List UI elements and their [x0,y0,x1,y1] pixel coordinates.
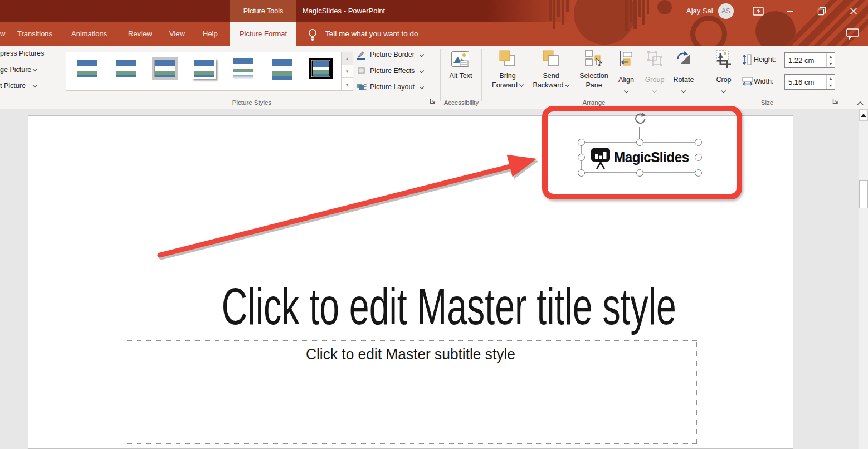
titlebar-art-bar [647,0,649,14]
crop-button[interactable] [715,49,733,71]
picture-styles-group-label: Picture Styles [66,99,438,108]
magicslides-logo-text[interactable]: MagicSlides [614,149,695,166]
picture-styles-gallery [66,52,342,91]
close-button[interactable] [844,0,863,22]
group-icon [646,50,663,67]
landscape-thumbnail-icon [192,58,216,79]
gallery-scroll-up-button[interactable]: ▴ [342,52,353,65]
crop-label[interactable]: Crop [711,76,737,84]
selection-handle-w[interactable] [578,154,585,161]
bring-forward-button[interactable] [498,49,517,70]
picture-style-thumbnail[interactable] [230,56,256,81]
size-dialog-launcher[interactable] [832,97,839,107]
gallery-more-button[interactable]: ▾ [342,78,353,90]
feedback-comment-button[interactable] [846,28,860,42]
ribbon-display-options-button[interactable] [749,0,768,22]
scrollbar-thumb[interactable] [859,180,868,208]
selection-pane-label[interactable]: Selection Pane [573,71,615,90]
picture-style-thumbnail[interactable] [74,56,100,81]
group-divider [60,49,60,101]
gallery-scroll-down-button[interactable]: ▾ [342,65,353,78]
change-picture-button[interactable]: ge Picture [0,66,37,76]
picture-style-thumbnail[interactable] [269,56,295,81]
tab-transitions[interactable]: Transitions [17,22,52,46]
picture-layout-label: Picture Layout [370,83,415,91]
picture-effects-button[interactable]: Picture Effects [357,65,435,77]
bring-forward-label[interactable]: Bring Forward [486,71,529,90]
tab-help[interactable]: Help [203,22,218,46]
alt-text-icon [451,50,470,69]
ribbon-tab-row: w Transitions Animations Review View Hel… [0,22,868,46]
chevron-down-icon[interactable] [671,86,696,96]
selection-handle-nw[interactable] [578,139,585,146]
picture-effects-icon [357,66,367,76]
selection-handle-e[interactable] [695,154,702,161]
selection-handle-s[interactable] [636,169,643,177]
tab-partial[interactable]: w [0,22,5,46]
magicslides-logo-icon[interactable] [590,146,612,172]
picture-border-button[interactable]: Picture Border [357,48,435,61]
send-backward-label[interactable]: Send Backward [528,71,574,90]
selection-handle-se[interactable] [695,169,702,177]
vertical-scrollbar[interactable] [859,109,868,449]
spinner-down-icon[interactable]: ▼ [827,82,835,89]
selection-handle-ne[interactable] [695,139,702,146]
picture-style-thumbnail[interactable] [308,56,334,81]
send-backward-button[interactable] [542,49,560,70]
chevron-down-icon [642,86,667,96]
tab-view[interactable]: View [169,22,185,46]
align-button[interactable] [618,50,634,69]
collapse-ribbon-button[interactable] [856,98,864,108]
rotate-button[interactable] [676,50,691,68]
spinner-up-icon[interactable]: ▲ [827,53,835,60]
rotate-handle-stem [639,127,640,139]
tab-review[interactable]: Review [128,22,152,46]
subtitle-placeholder[interactable]: Click to edit Master subtitle style [124,340,697,444]
align-icon [618,50,634,67]
picture-style-thumbnail[interactable] [152,56,178,81]
picture-style-thumbnail[interactable] [113,56,139,81]
chevron-up-icon [856,101,864,106]
scroll-up-button[interactable] [859,109,868,121]
chevron-down-icon [33,67,37,71]
send-backward-icon [542,49,560,68]
rotate-handle[interactable] [633,112,647,129]
tab-picture-format[interactable]: Picture Format [230,22,296,46]
height-input[interactable] [785,53,826,67]
restore-button[interactable] [812,0,831,22]
align-label[interactable]: Align [613,76,639,84]
compress-pictures-button[interactable]: press Pictures [0,50,44,60]
comment-icon [846,28,860,40]
chevron-down-icon [420,52,424,57]
landscape-thumbnail-icon [113,57,139,80]
selection-handle-n[interactable] [636,139,643,146]
title-placeholder-text: Click to edit Master title style [124,280,698,334]
chevron-down-icon[interactable] [711,86,737,96]
picture-style-thumbnail[interactable] [191,56,217,81]
titlebar-art-bar [630,0,632,22]
reset-picture-button[interactable]: t Picture [0,82,37,92]
landscape-thumbnail-icon [75,58,99,79]
rotate-handle-icon [633,112,647,126]
rotate-label[interactable]: Rotate [671,76,696,84]
spinner-up-icon[interactable]: ▲ [827,75,835,82]
selection-pane-button[interactable] [584,49,603,70]
picture-layout-button[interactable]: Picture Layout [357,81,435,93]
selection-handle-sw[interactable] [578,169,585,177]
width-input[interactable] [785,75,826,89]
chevron-down-icon[interactable] [613,86,639,96]
tell-me-search[interactable]: Tell me what you want to do [325,22,418,46]
title-placeholder[interactable]: Click to edit Master title style [124,186,698,336]
width-label: Width: [754,77,773,85]
restore-icon [817,7,826,16]
alt-text-button[interactable] [451,50,470,71]
arrange-group-label: Arrange [484,99,704,108]
minimize-button[interactable] [781,0,799,22]
account-avatar[interactable]: AS [718,3,734,19]
tab-animations[interactable]: Animations [71,22,107,46]
spinner-down-icon[interactable]: ▼ [827,60,835,67]
crop-icon [715,49,733,69]
dialog-launcher-icon [832,97,839,105]
alt-text-label[interactable]: Alt Text [445,71,476,81]
change-picture-label: ge Picture [0,66,31,74]
